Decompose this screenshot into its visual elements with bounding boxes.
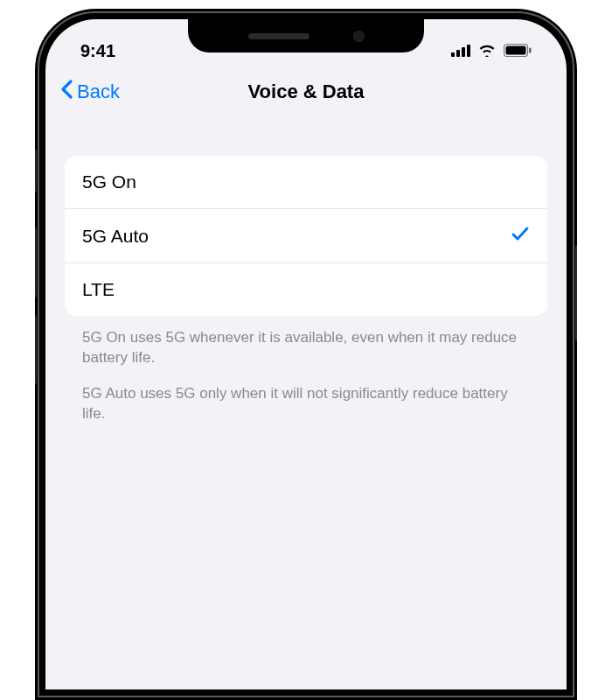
options-list: 5G On 5G Auto LTE: [65, 156, 547, 316]
checkmark-icon: [511, 225, 530, 247]
side-button-power: [575, 245, 577, 341]
footer-text-1: 5G On uses 5G whenever it is available, …: [65, 316, 547, 368]
back-label: Back: [77, 80, 120, 103]
svg-rect-1: [456, 50, 460, 57]
option-5g-on[interactable]: 5G On: [65, 156, 547, 209]
back-button[interactable]: Back: [59, 79, 120, 105]
svg-rect-2: [462, 47, 465, 57]
side-button-volume-up: [35, 228, 37, 298]
option-label: 5G On: [82, 172, 136, 192]
chevron-left-icon: [59, 79, 73, 105]
option-5g-auto[interactable]: 5G Auto: [65, 209, 547, 263]
front-camera: [353, 31, 365, 42]
cellular-signal-icon: [451, 41, 470, 61]
option-label: LTE: [82, 279, 115, 300]
option-lte[interactable]: LTE: [65, 263, 547, 316]
svg-rect-6: [529, 47, 532, 52]
content: 5G On 5G Auto LTE 5G On uses 5G whenever…: [45, 121, 567, 424]
phone-frame: 9:41: [35, 9, 577, 700]
status-time: 9:41: [80, 41, 115, 61]
screen: 9:41: [45, 19, 567, 690]
status-indicators: [451, 41, 532, 61]
side-button-silent: [35, 149, 37, 192]
notch: [188, 19, 424, 52]
svg-rect-3: [467, 45, 470, 57]
page-title: Voice & Data: [45, 80, 567, 103]
svg-rect-5: [506, 46, 526, 54]
speaker-grille: [248, 33, 309, 39]
footer-text-2: 5G Auto uses 5G only when it will not si…: [65, 368, 547, 424]
svg-rect-0: [451, 52, 455, 57]
option-label: 5G Auto: [82, 226, 149, 247]
battery-icon: [504, 41, 532, 61]
side-button-volume-down: [35, 315, 37, 385]
wifi-icon: [477, 41, 497, 61]
nav-bar: Back Voice & Data: [45, 66, 567, 121]
